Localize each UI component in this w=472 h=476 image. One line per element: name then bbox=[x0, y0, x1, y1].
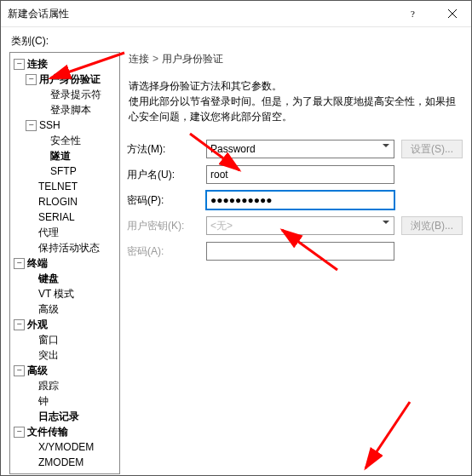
tree-logging[interactable]: 日志记录 bbox=[26, 409, 119, 424]
tree-security[interactable]: 安全性 bbox=[37, 133, 119, 148]
tree-login-prompt[interactable]: 登录提示符 bbox=[37, 87, 119, 102]
close-button[interactable] bbox=[433, 1, 471, 26]
tree-keepalive[interactable]: 保持活动状态 bbox=[26, 240, 119, 255]
tree-sftp[interactable]: SFTP bbox=[37, 163, 119, 179]
tree-auth[interactable]: −用户身份验证 登录提示符 登录脚本 bbox=[26, 72, 119, 118]
tree-zmodem[interactable]: ZMODEM bbox=[26, 455, 119, 470]
tree-bell[interactable]: 钟 bbox=[26, 393, 119, 409]
passphrase-label: 密码(A): bbox=[127, 244, 199, 259]
auth-form: 方法(M): Password 设置(S)... 用户名(U): 密码(P): bbox=[127, 140, 463, 261]
desc-line1: 请选择身份验证方法和其它参数。 bbox=[129, 78, 461, 94]
tree-ssh[interactable]: −SSH 安全性 隧道 SFTP bbox=[26, 118, 119, 179]
userkey-label: 用户密钥(K): bbox=[127, 219, 199, 233]
tree-tunnel[interactable]: 隧道 bbox=[37, 148, 119, 163]
titlebar: 新建会话属性 ? bbox=[1, 1, 471, 27]
userkey-select: <无> bbox=[206, 216, 394, 235]
password-label: 密码(P): bbox=[127, 193, 199, 208]
help-button[interactable]: ? bbox=[394, 1, 433, 26]
tree-vtmode[interactable]: VT 模式 bbox=[26, 286, 119, 301]
method-select[interactable]: Password bbox=[206, 140, 394, 158]
tree-terminal[interactable]: −终端 键盘 VT 模式 高级 bbox=[14, 255, 119, 317]
right-panel: 连接>用户身份验证 请选择身份验证方法和其它参数。 使用此部分以节省登录时间。但… bbox=[127, 52, 463, 474]
main-area: −连接 −用户身份验证 登录提示符 登录脚本 −SSH 安全性 bbox=[9, 52, 463, 474]
tree-serial[interactable]: SERIAL bbox=[26, 209, 119, 225]
tree-advanced[interactable]: −高级 跟踪 钟 日志记录 bbox=[14, 363, 119, 424]
setup-button[interactable]: 设置(S)... bbox=[401, 140, 463, 158]
tree-xymodem[interactable]: X/YMODEM bbox=[26, 439, 119, 455]
window-title: 新建会话属性 bbox=[8, 7, 394, 21]
tree-adv-term[interactable]: 高级 bbox=[26, 301, 119, 317]
method-label: 方法(M): bbox=[127, 142, 199, 157]
tree-keyboard[interactable]: 键盘 bbox=[26, 271, 119, 286]
tree-highlight[interactable]: 突出 bbox=[26, 347, 119, 363]
passphrase-input bbox=[206, 242, 394, 261]
tree-filetransfer[interactable]: −文件传输 X/YMODEM ZMODEM bbox=[14, 424, 119, 470]
category-label: 类别(C): bbox=[11, 34, 463, 49]
tree-connection[interactable]: −连接 −用户身份验证 登录提示符 登录脚本 −SSH 安全性 bbox=[14, 56, 119, 255]
breadcrumb-a: 连接 bbox=[129, 53, 149, 65]
browse-button[interactable]: 浏览(B)... bbox=[401, 216, 463, 235]
username-label: 用户名(U): bbox=[127, 168, 199, 182]
dialog-body: 类别(C): −连接 −用户身份验证 登录提示符 登录脚本 −SSH bbox=[1, 27, 471, 476]
desc-line2: 使用此部分以节省登录时间。但是，为了最大限度地提高安全性，如果担心安全问题，建议… bbox=[129, 94, 461, 124]
tree-appearance[interactable]: −外观 窗口 突出 bbox=[14, 317, 119, 363]
tree-rlogin[interactable]: RLOGIN bbox=[26, 194, 119, 209]
tree-window[interactable]: 窗口 bbox=[26, 332, 119, 347]
tree-proxy[interactable]: 代理 bbox=[26, 225, 119, 240]
tree-login-script[interactable]: 登录脚本 bbox=[37, 102, 119, 118]
category-tree[interactable]: −连接 −用户身份验证 登录提示符 登录脚本 −SSH 安全性 bbox=[9, 52, 120, 474]
breadcrumb-b: 用户身份验证 bbox=[162, 53, 223, 65]
description: 请选择身份验证方法和其它参数。 使用此部分以节省登录时间。但是，为了最大限度地提… bbox=[129, 78, 461, 124]
breadcrumb: 连接>用户身份验证 bbox=[129, 52, 463, 66]
svg-text:?: ? bbox=[411, 9, 415, 18]
password-input[interactable] bbox=[206, 191, 394, 209]
username-input[interactable] bbox=[206, 165, 394, 184]
tree-telnet[interactable]: TELNET bbox=[26, 179, 119, 194]
dialog-window: 新建会话属性 ? 类别(C): −连接 −用户身份验证 登录提示符 登录 bbox=[0, 0, 472, 476]
tree-trace[interactable]: 跟踪 bbox=[26, 378, 119, 393]
